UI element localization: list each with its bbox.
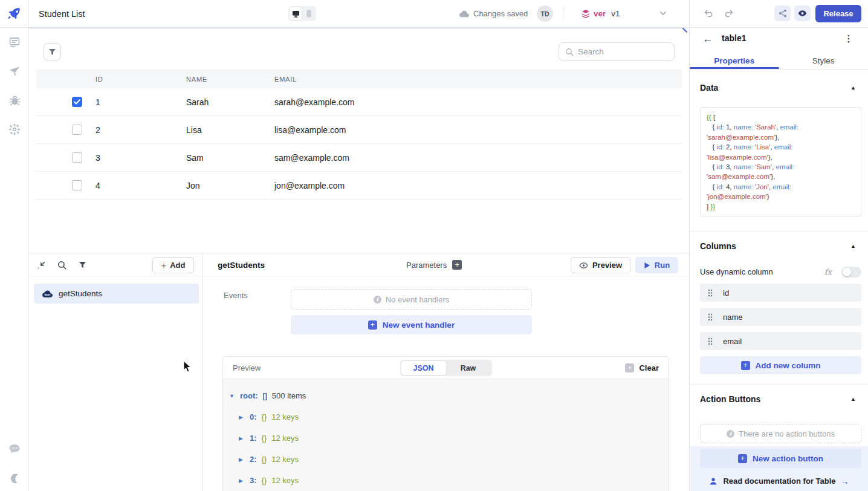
- table-filter-button[interactable]: [44, 43, 61, 60]
- dynamic-column-toggle[interactable]: [841, 267, 861, 278]
- section-title-action-buttons: Action Buttons: [700, 394, 760, 404]
- filter-queries-button[interactable]: [77, 259, 88, 270]
- collapse-panel-button[interactable]: [36, 259, 47, 270]
- drag-handle-icon[interactable]: [708, 337, 713, 345]
- new-action-button[interactable]: + New action button: [700, 449, 861, 468]
- run-label: Run: [655, 261, 670, 270]
- version-chevron[interactable]: [659, 9, 667, 20]
- version-selector[interactable]: ver v1: [581, 0, 620, 27]
- cell-name: Jon: [186, 172, 200, 199]
- drag-handle-icon[interactable]: [708, 313, 713, 321]
- cell-email: sarah@example.com: [274, 88, 355, 115]
- svg-text:REST: REST: [44, 293, 51, 296]
- triangle-down-icon[interactable]: ▼: [229, 393, 235, 399]
- triangle-right-icon[interactable]: ▶: [239, 478, 245, 484]
- clear-label: Clear: [639, 363, 659, 372]
- query-preview-button[interactable]: Preview: [571, 257, 630, 273]
- response-preview-card: Preview JSON Raw × Clear ▼root:[]500 ite…: [222, 356, 669, 491]
- table-search[interactable]: Search: [559, 42, 675, 61]
- query-list-item-getstudents[interactable]: REST getStudents: [34, 284, 199, 304]
- widget-name[interactable]: table1: [722, 33, 746, 43]
- json-tree-row[interactable]: ▶3:{}12 keys: [223, 470, 669, 491]
- device-toggle: [288, 6, 316, 21]
- filter-icon: [48, 48, 56, 56]
- share-button[interactable]: [774, 5, 791, 21]
- tab-json[interactable]: JSON: [401, 361, 446, 375]
- back-button[interactable]: ←: [701, 33, 714, 46]
- run-query-button[interactable]: Run: [635, 257, 678, 273]
- add-query-button[interactable]: + Add: [152, 257, 194, 273]
- topbar-divider: [563, 7, 563, 20]
- save-status: Changes saved: [459, 0, 528, 27]
- read-documentation-link[interactable]: Read documentation for Table →: [690, 471, 868, 491]
- parameters-group: Parameters +: [406, 253, 462, 276]
- tab-raw[interactable]: Raw: [446, 361, 491, 375]
- clear-response-button[interactable]: × Clear: [625, 357, 659, 379]
- sidebar-item-settings[interactable]: [7, 122, 22, 137]
- query-name[interactable]: getStudents: [218, 253, 265, 276]
- add-new-column-button[interactable]: + Add new column: [700, 356, 861, 374]
- json-tree-row[interactable]: ▶2:{}12 keys: [223, 449, 669, 470]
- gear-icon: [8, 123, 21, 135]
- sidebar-item-editor[interactable]: [7, 35, 22, 50]
- column-header-email[interactable]: EMAIL: [274, 76, 297, 83]
- add-parameter-button[interactable]: +: [452, 260, 462, 270]
- row-checkbox[interactable]: [72, 180, 82, 190]
- column-header-id[interactable]: ID: [96, 76, 103, 83]
- json-tree-row[interactable]: ▼root:[]500 items: [223, 385, 669, 406]
- cell-id: 1: [96, 88, 100, 115]
- row-checkbox[interactable]: [72, 152, 82, 163]
- cell-email: lisa@example.com: [274, 116, 346, 143]
- theme-toggle[interactable]: [7, 470, 22, 485]
- tab-styles[interactable]: Styles: [779, 52, 868, 69]
- cell-name: Sam: [186, 144, 204, 171]
- collapse-section-actions[interactable]: ▲: [850, 396, 856, 402]
- json-tree-row[interactable]: ▶0:{}12 keys: [223, 406, 669, 428]
- collapse-icon: [37, 261, 46, 270]
- no-event-handlers-text: No event handlers: [386, 295, 450, 304]
- column-item-label: name: [723, 313, 743, 322]
- table-row[interactable]: 4 Jon jon@example.com: [36, 172, 682, 200]
- redo-button[interactable]: [723, 7, 735, 22]
- collapse-section-data[interactable]: ▲: [850, 85, 856, 91]
- triangle-right-icon[interactable]: ▶: [239, 414, 245, 420]
- search-queries-button[interactable]: [56, 259, 67, 270]
- row-checkbox[interactable]: [72, 97, 82, 107]
- column-item-email[interactable]: email: [700, 332, 861, 350]
- table-row[interactable]: 2 Lisa lisa@example.com: [36, 116, 682, 144]
- drag-handle-icon[interactable]: [708, 289, 713, 297]
- widget-menu-button[interactable]: ⋮: [843, 32, 855, 45]
- column-item-name[interactable]: name: [700, 308, 861, 326]
- triangle-right-icon[interactable]: ▶: [239, 435, 245, 441]
- fx-icon[interactable]: fx: [824, 267, 832, 276]
- app-logo[interactable]: [0, 0, 29, 27]
- json-tree-row[interactable]: ▶1:{}12 keys: [223, 428, 669, 449]
- undo-button[interactable]: [702, 7, 714, 22]
- table-data-editor[interactable]: {{ [ { id: 1, name: 'Sarah', email:'sara…: [700, 107, 861, 216]
- top-bar: Student List Changes saved TD ver v1 Rel…: [0, 0, 868, 28]
- plus-icon: +: [161, 260, 166, 270]
- mobile-view-button[interactable]: [303, 7, 315, 20]
- cloud-icon: [459, 10, 469, 18]
- avatar[interactable]: TD: [537, 5, 553, 22]
- sidebar-item-deploy[interactable]: [7, 64, 22, 79]
- table-row[interactable]: 3 Sam sam@example.com: [36, 144, 682, 172]
- sidebar-item-debug[interactable]: [7, 93, 22, 108]
- info-icon: i: [727, 430, 734, 438]
- cell-id: 4: [96, 172, 100, 199]
- tab-properties[interactable]: Properties: [690, 52, 779, 69]
- column-header-name[interactable]: NAME: [186, 76, 207, 83]
- new-event-handler-button[interactable]: + New event handler: [291, 315, 532, 334]
- collapse-section-columns[interactable]: ▲: [850, 243, 856, 249]
- triangle-right-icon[interactable]: ▶: [239, 457, 245, 463]
- desktop-view-button[interactable]: [290, 7, 302, 20]
- row-checkbox[interactable]: [72, 125, 82, 135]
- release-button[interactable]: Release: [815, 5, 861, 22]
- eye-icon: [579, 262, 588, 269]
- sidebar-item-chat[interactable]: [7, 441, 22, 456]
- table-row[interactable]: 1 Sarah sarah@example.com: [36, 88, 682, 116]
- column-item-id[interactable]: id: [700, 284, 861, 302]
- read-documentation-label: Read documentation for Table: [723, 476, 835, 486]
- preview-app-button[interactable]: [794, 5, 811, 21]
- eye-icon: [798, 10, 807, 17]
